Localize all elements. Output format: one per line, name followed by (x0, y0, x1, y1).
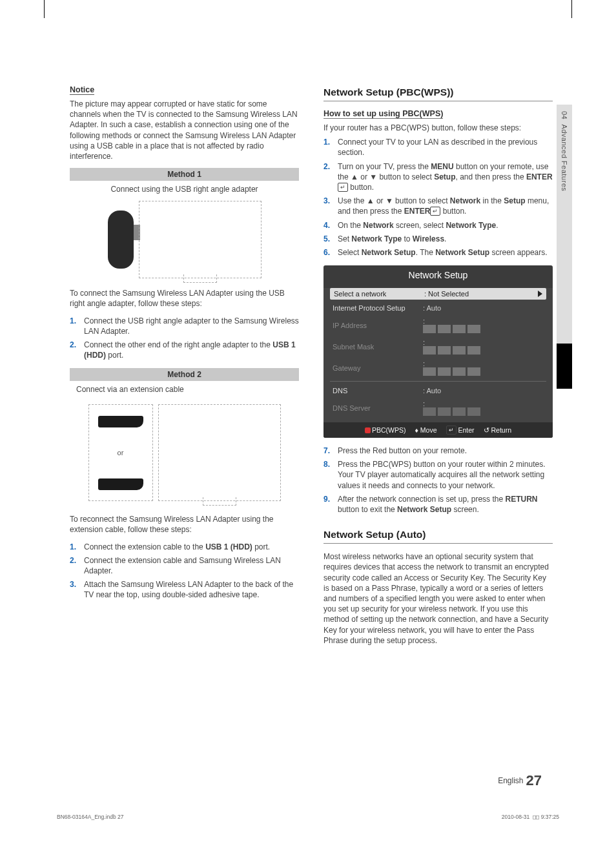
method1-diagram (88, 198, 282, 282)
list-item: Press the PBC(WPS) button on your router… (323, 459, 553, 491)
list-item: Use the ▲ or ▼ button to select Network … (323, 196, 553, 216)
page: 04 Advanced Features Notice The picture … (0, 21, 616, 834)
updown-icon: ♦ (415, 426, 418, 434)
crop-marks (0, 0, 616, 21)
notice-paragraph: The picture may appear corrupted or have… (70, 99, 299, 161)
network-setup-panel: Network Setup Select a network : Not Sel… (323, 265, 553, 438)
tv-outline-icon (158, 404, 281, 501)
auto-paragraph: Most wireless networks have an optional … (323, 551, 553, 646)
footer-move[interactable]: ♦ Move (415, 426, 437, 434)
method2-diagram: or (88, 398, 282, 508)
enter-icon (338, 183, 348, 192)
row-gateway: Gateway : (330, 357, 546, 378)
footer-return[interactable]: ↺ Return (484, 426, 511, 434)
row-dns-server: DNS Server : (330, 397, 546, 418)
red-a-icon (365, 427, 371, 433)
list-item: Connect the extension cable to the USB 1… (70, 542, 299, 552)
wlan-adapter-icon (108, 211, 134, 269)
pbc-sub-heading: How to set up using PBC(WPS) (323, 109, 443, 119)
row-select-network[interactable]: Select a network : Not Selected (330, 288, 546, 300)
list-item: Select Network Setup. The Network Setup … (323, 247, 553, 258)
pbc-steps-post: Press the Red button on your remote. Pre… (323, 446, 553, 515)
row-subnet: Subnet Mask : (330, 336, 546, 357)
pbc-section-title: Network Setup (PBC(WPS)) (323, 87, 553, 101)
return-icon: ↺ (484, 426, 489, 434)
method2-caption: Connect via an extension cable (70, 385, 299, 394)
list-item: Turn on your TV, press the MENU button o… (323, 161, 553, 193)
list-item: Connect the USB right angle adapter to t… (70, 316, 299, 336)
method2-banner: Method 2 (70, 368, 299, 381)
method2-intro: To reconnect the Samsung Wireless LAN Ad… (70, 514, 299, 535)
list-item: Connect the extension cable and Samsung … (70, 555, 299, 576)
method1-caption: Connect using the USB right angle adapte… (70, 185, 299, 194)
list-item: After the network connection is set up, … (323, 494, 553, 515)
footer-enter[interactable]: Enter (446, 426, 475, 435)
list-item: Attach the Samsung Wireless LAN Adapter … (70, 579, 299, 600)
right-column: Network Setup (PBC(WPS)) How to set up u… (323, 85, 572, 652)
enter-icon (430, 207, 440, 216)
method1-intro: To connect the Samsung Wireless LAN Adap… (70, 288, 299, 309)
arrow-right-icon (538, 291, 542, 297)
panel-footer: PBC(WPS) ♦ Move Enter ↺ Return (323, 422, 553, 438)
list-item: Press the Red button on your remote. (323, 446, 553, 456)
enter-icon (446, 426, 457, 435)
row-dns[interactable]: DNS : Auto (330, 384, 546, 397)
pbc-intro: If your router has a PBC(WPS) button, fo… (323, 123, 553, 133)
sidebar-thumb (557, 344, 572, 389)
row-ip-address: IP Address : (330, 314, 546, 336)
pbc-steps-pre: Connect your TV to your LAN as described… (323, 137, 553, 258)
cable-options-icon: or (88, 404, 153, 501)
method1-banner: Method 1 (70, 168, 299, 181)
sidebar-label: 04 Advanced Features (560, 105, 568, 191)
list-item: Set Network Type to Wireless. (323, 234, 553, 244)
page-number: English27 (498, 772, 542, 789)
or-label: or (118, 449, 124, 457)
footer-pbc[interactable]: PBC(WPS) (365, 426, 406, 434)
left-column: Notice The picture may appear corrupted … (70, 85, 299, 652)
tv-outline-icon (139, 201, 262, 278)
row-ip-setup[interactable]: Internet Protocol Setup : Auto (330, 302, 546, 314)
sidebar-tab: 04 Advanced Features (557, 105, 572, 344)
list-item: Connect the other end of the right angle… (70, 340, 299, 360)
method2-steps: Connect the extension cable to the USB 1… (70, 542, 299, 601)
method1-steps: Connect the USB right angle adapter to t… (70, 316, 299, 361)
notice-heading: Notice (70, 85, 94, 95)
auto-section-title: Network Setup (Auto) (323, 529, 553, 544)
footer-doc: BN68-03164A_Eng.indb 27 (57, 814, 124, 820)
list-item: On the Network screen, select Network Ty… (323, 220, 553, 231)
panel-title: Network Setup (323, 265, 553, 284)
footer-timestamp: 2010-08-31 □□ 9:37:25 (502, 814, 559, 820)
list-item: Connect your TV to your LAN as described… (323, 137, 553, 158)
